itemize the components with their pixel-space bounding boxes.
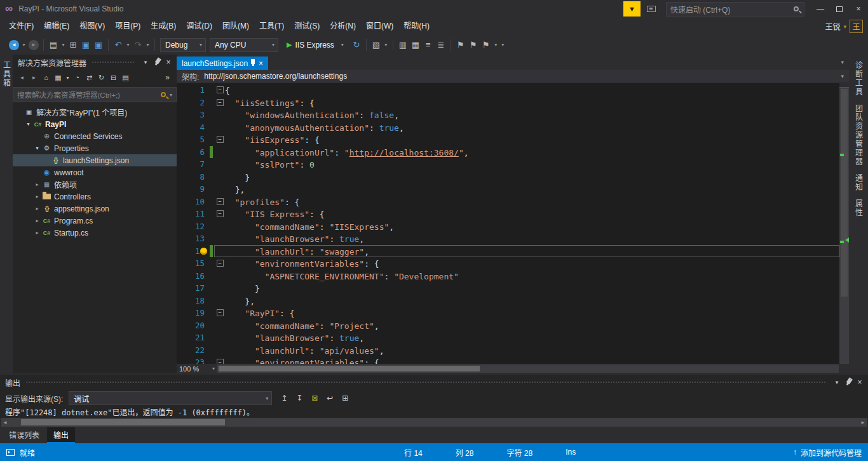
solution-platforms-combo[interactable]: Any CPU▾: [210, 38, 278, 52]
previous-bookmark-button[interactable]: ⚑: [467, 37, 480, 53]
menu-item[interactable]: 调试(D): [181, 18, 217, 35]
menu-item[interactable]: 测试(S): [289, 18, 325, 35]
window-minimize-button[interactable]: —: [811, 1, 830, 17]
menu-item[interactable]: 分析(N): [325, 18, 361, 35]
code-line[interactable]: 18 },: [177, 295, 839, 307]
decrease-indent-button[interactable]: ≡: [422, 37, 435, 53]
menu-item[interactable]: 帮助(H): [398, 18, 435, 35]
fold-collapse-icon[interactable]: −: [217, 136, 224, 143]
scrollbar-thumb[interactable]: [219, 366, 480, 371]
refresh-button[interactable]: ↻: [350, 37, 363, 53]
expand-arrow-icon[interactable]: ▾: [33, 145, 41, 151]
side-tab[interactable]: 诊断工具: [853, 57, 864, 100]
scroll-right-icon[interactable]: ►: [858, 420, 867, 425]
se-show-all-files-button[interactable]: ▤: [120, 71, 131, 84]
tree-item[interactable]: ▸Controllers: [13, 190, 177, 203]
window-close-button[interactable]: ×: [849, 1, 868, 17]
new-project-dropdown[interactable]: ▾: [60, 37, 67, 53]
find-in-files-button[interactable]: ▥: [397, 37, 409, 53]
collapse-arrow-icon[interactable]: ▸: [33, 218, 41, 224]
close-icon[interactable]: ×: [855, 377, 865, 388]
tree-item[interactable]: ▸▦依赖项: [13, 178, 177, 190]
output-horizontal-scrollbar[interactable]: ◄ ►: [1, 418, 867, 427]
navigate-backward-dropdown[interactable]: ▾: [20, 37, 27, 53]
se-navigate-forward-button[interactable]: ►: [29, 71, 39, 84]
code-line[interactable]: 20 "commandName": "Project",: [177, 319, 839, 332]
code-line[interactable]: 15− "environmentVariables": {: [177, 257, 839, 270]
menu-item[interactable]: 生成(B): [146, 18, 181, 35]
chevron-down-icon[interactable]: ▾: [843, 23, 846, 30]
solution-configurations-combo[interactable]: Debug▾: [160, 38, 206, 52]
new-project-button[interactable]: ▤: [47, 37, 60, 53]
se-switch-views-dropdown[interactable]: ▾: [65, 71, 71, 84]
solution-search-input[interactable]: 搜索解决方案资源管理器(Ctrl+;) ▾: [13, 87, 177, 102]
quick-launch-input[interactable]: 快速启动 (Ctrl+Q): [666, 2, 804, 17]
output-clear-all-button[interactable]: ⊠: [308, 392, 321, 404]
pin-icon[interactable]: [152, 57, 162, 68]
scrollbar-track[interactable]: [10, 418, 858, 427]
user-avatar[interactable]: 王: [850, 20, 863, 33]
performance-profiler-dropdown[interactable]: ▾: [383, 37, 390, 53]
panel-tab-error-list[interactable]: 错误列表: [3, 427, 46, 443]
side-tab[interactable]: 属性: [853, 196, 864, 221]
panel-tab-output[interactable]: 输出: [47, 427, 75, 443]
save-all-button[interactable]: ▣: [92, 37, 105, 53]
scrollbar-thumb[interactable]: [21, 419, 225, 425]
editor-horizontal-scrollbar[interactable]: [217, 364, 839, 373]
lightbulb-icon[interactable]: [200, 248, 207, 255]
side-tab[interactable]: 团队资源管理器: [853, 100, 864, 170]
undo-dropdown[interactable]: ▾: [125, 37, 132, 53]
se-home-button[interactable]: ⌂: [41, 71, 51, 84]
output-word-wrap-button[interactable]: ↩: [323, 392, 336, 404]
pin-icon[interactable]: [843, 377, 853, 388]
code-line[interactable]: 14 "launchUrl": "swagger",: [177, 245, 839, 258]
collapse-arrow-icon[interactable]: ▸: [33, 206, 41, 211]
output-next-message-button[interactable]: ↧: [293, 392, 306, 404]
code-line[interactable]: 3 "windowsAuthentication": false,: [177, 109, 839, 121]
window-position-dropdown-icon[interactable]: ▾: [140, 57, 151, 68]
redo-button[interactable]: ↷: [132, 37, 144, 53]
chevron-down-icon[interactable]: ▾: [841, 73, 844, 79]
code-line[interactable]: 6 "applicationUrl": "http://localhost:36…: [177, 146, 839, 159]
code-line[interactable]: 22 "launchUrl": "api/values",: [177, 344, 839, 357]
add-to-source-control-button[interactable]: ↑ 添加到源代码管理: [793, 447, 862, 458]
scroll-left-icon[interactable]: ◄: [1, 420, 10, 425]
se-overflow-button[interactable]: »: [162, 71, 173, 84]
navigate-forward-button[interactable]: ►: [27, 37, 40, 53]
code-line[interactable]: 1−{: [177, 84, 839, 97]
se-collapse-all-button[interactable]: ⊟: [108, 71, 119, 84]
pin-icon[interactable]: [252, 61, 254, 66]
bookmarks-dropdown[interactable]: ▾: [492, 37, 499, 53]
close-icon[interactable]: ×: [163, 57, 173, 68]
menu-item[interactable]: 文件(F): [4, 18, 39, 35]
code-line[interactable]: 12 "commandName": "IISExpress",: [177, 220, 839, 233]
code-line[interactable]: 19− "RayPI": {: [177, 307, 839, 319]
code-line[interactable]: 5− "iisExpress": {: [177, 133, 839, 146]
scrollbar-thumb[interactable]: [841, 89, 848, 297]
code-line[interactable]: 7 "sslPort": 0: [177, 158, 839, 171]
output-previous-message-button[interactable]: ↥: [278, 392, 290, 404]
code-line[interactable]: 17 }: [177, 282, 839, 295]
close-icon[interactable]: ×: [259, 59, 263, 68]
user-name[interactable]: 王锐: [825, 21, 840, 32]
output-pin-message-button[interactable]: ⊞: [339, 392, 351, 404]
collapse-arrow-icon[interactable]: ▸: [33, 230, 41, 236]
fold-collapse-icon[interactable]: −: [217, 359, 224, 364]
code-line[interactable]: 4 "anonymousAuthentication": true,: [177, 121, 839, 134]
screen-share-button[interactable]: [643, 1, 660, 17]
fold-collapse-icon[interactable]: −: [217, 86, 224, 93]
tab-launchsettings[interactable]: launchSettings.json ×: [177, 57, 268, 70]
performance-profiler-button[interactable]: ▧: [370, 37, 383, 53]
filter-flag-button[interactable]: ▼: [623, 1, 641, 17]
se-switch-views-button[interactable]: ▦: [53, 71, 64, 84]
tree-item[interactable]: ▸{}appsettings.json: [13, 203, 177, 215]
se-sync-with-active-document-button[interactable]: ⇄: [84, 71, 95, 84]
chevron-down-icon[interactable]: ▾: [167, 92, 172, 98]
fold-collapse-icon[interactable]: −: [217, 99, 224, 106]
fold-collapse-icon[interactable]: −: [217, 260, 224, 267]
tree-item[interactable]: ▸C#Startup.cs: [13, 227, 177, 239]
code-line[interactable]: 16 "ASPNETCORE_ENVIRONMENT": "Developmen…: [177, 270, 839, 283]
tree-item[interactable]: ◉wwwroot: [13, 166, 177, 178]
menu-item[interactable]: 窗口(W): [361, 18, 398, 35]
save-button[interactable]: ▣: [79, 37, 92, 53]
